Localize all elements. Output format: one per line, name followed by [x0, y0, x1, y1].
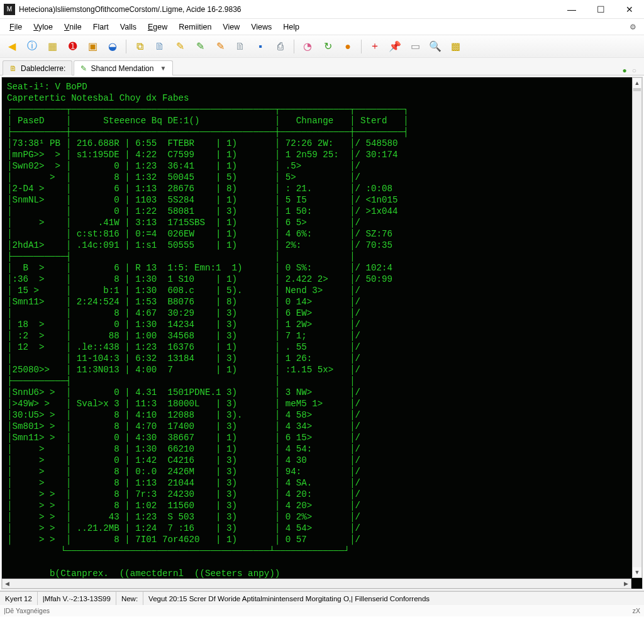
scroll-right-icon[interactable]: ▶: [621, 580, 631, 587]
tabstrip-status-icons: ● ○: [623, 66, 642, 75]
book-icon[interactable]: ◒: [104, 38, 121, 55]
copy-icon[interactable]: ⧉: [131, 38, 148, 55]
window-icon[interactable]: ▭: [407, 38, 423, 55]
footer: |Dē Yaxgnéiges zX: [0, 605, 644, 616]
scroll-left-icon[interactable]: ◀: [3, 580, 12, 587]
maximize-button[interactable]: ☐: [586, 0, 615, 18]
menu-file[interactable]: File: [4, 21, 28, 33]
toolbar-separator: [294, 40, 294, 53]
tab-shancd[interactable]: ✎Shancd Mendation▼: [74, 60, 173, 75]
scroll-thumb[interactable]: [633, 88, 641, 91]
menu-remiitien[interactable]: Remiitien: [173, 21, 217, 33]
zoom-icon[interactable]: 🔍: [427, 38, 443, 55]
status-cell-2: |Mfah V.·-2:13-13S99: [38, 592, 116, 605]
calendar-icon[interactable]: ▦: [44, 38, 60, 55]
menu-vyloe[interactable]: Vyloe: [28, 21, 58, 33]
doc-icon[interactable]: 🗎: [232, 38, 248, 55]
menu-help[interactable]: Help: [277, 21, 305, 33]
tab-shancd-icon: ✎: [80, 64, 87, 73]
status-white-icon: ○: [632, 66, 636, 75]
globe-icon[interactable]: ●: [340, 38, 356, 55]
menu-vnile[interactable]: Vnile: [58, 21, 87, 33]
terminal[interactable]: Seat-i¹: V BoPD Capretertic Notesbal Cho…: [1, 77, 643, 589]
tab-dabledclerre[interactable]: 🗎Dabledclerre:: [3, 60, 72, 75]
menubar: FileVyloeVnileFlartVallsEgewRemiitienVie…: [0, 19, 644, 35]
tab-dabledclerre-icon: 🗎: [9, 64, 17, 73]
pin-icon[interactable]: 📌: [387, 38, 403, 55]
refresh-icon[interactable]: ↻: [319, 38, 336, 55]
status-cell-1: Kyert 12: [0, 592, 38, 605]
print-icon[interactable]: ⎙: [272, 38, 289, 55]
pencil-yellow-icon[interactable]: ✎: [172, 38, 188, 55]
menu-views[interactable]: Views: [245, 21, 277, 33]
add-icon[interactable]: ＋: [367, 38, 383, 55]
footer-right: zX: [633, 607, 640, 614]
menu-egew[interactable]: Egew: [142, 21, 173, 33]
pencil-green-icon[interactable]: ✎: [192, 38, 208, 55]
scroll-up-icon[interactable]: ▲: [633, 78, 641, 88]
screen-icon[interactable]: ▣: [84, 38, 101, 55]
titlebar: M Heteciona)lsliiemstongOfithcomeCorstom…: [0, 0, 644, 19]
menu-view[interactable]: View: [217, 21, 245, 33]
toolbar-separator: [361, 40, 362, 53]
back-icon[interactable]: ◀: [4, 38, 20, 55]
chevron-down-icon[interactable]: ▼: [160, 65, 166, 72]
info-icon[interactable]: ⓘ: [24, 38, 40, 55]
footer-left: |Dē Yaxgnéiges: [4, 607, 50, 614]
page-icon[interactable]: 🗎: [152, 38, 168, 55]
tab-dabledclerre-label: Dabledclerre:: [21, 64, 65, 73]
content-area: Seat-i¹: V BoPD Capretertic Notesbal Cho…: [0, 75, 644, 591]
status-cell-4: Vegut 20:15 Screr Df Woride Aptitalminin…: [143, 592, 644, 605]
tag-icon[interactable]: ▩: [447, 38, 464, 55]
status-cell-3: New:: [116, 592, 143, 605]
window-controls: — ☐ ✕: [557, 0, 644, 18]
pie-icon[interactable]: ◔: [299, 38, 316, 55]
red-icon[interactable]: ➊: [64, 38, 80, 55]
toolbar-separator: [126, 40, 126, 53]
menu-flart[interactable]: Flart: [87, 21, 114, 33]
save-blue-icon[interactable]: ▪: [252, 38, 269, 55]
tab-shancd-label: Shancd Mendation: [91, 64, 153, 73]
pencil-orange-icon[interactable]: ✎: [212, 38, 228, 55]
menu-valls[interactable]: Valls: [114, 21, 142, 33]
status-green-icon: ●: [623, 66, 627, 75]
window-title: Heteciona)lsliiemstongOfithcomeCorstom/.…: [19, 5, 557, 14]
tabstrip: 🗎Dabledclerre:✎Shancd Mendation▼ ● ○: [0, 58, 644, 75]
minimize-button[interactable]: —: [557, 0, 586, 18]
close-button[interactable]: ✕: [615, 0, 644, 18]
scroll-down-icon[interactable]: ▼: [633, 567, 641, 577]
app-icon: M: [4, 4, 15, 15]
statusbar: Kyert 12 |Mfah V.·-2:13-13S99 New: Vegut…: [0, 591, 644, 605]
horizontal-scrollbar[interactable]: ◀ ▶: [2, 579, 631, 589]
vertical-scrollbar[interactable]: ▲ ▼: [632, 77, 642, 578]
toolbar: ◀ⓘ▦➊▣◒⧉🗎✎✎✎🗎▪⎙◔↻●＋📌▭🔍▩: [0, 35, 644, 58]
settings-icon[interactable]: ⚙: [630, 23, 640, 31]
